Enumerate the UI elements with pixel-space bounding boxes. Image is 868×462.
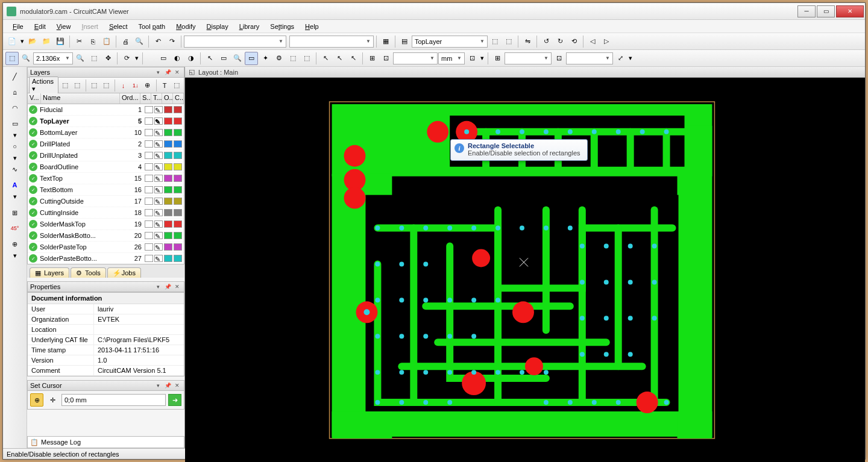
layer-sel-icon[interactable] xyxy=(145,129,153,136)
layer-outline-swatch[interactable] xyxy=(164,255,172,262)
layer-visible-icon[interactable]: ✓ xyxy=(29,231,37,240)
layers-action-7-icon[interactable]: ⊕ xyxy=(142,79,153,92)
select-mode-1-icon[interactable]: ▭ xyxy=(157,52,170,65)
actions-button[interactable]: Actions ▾ xyxy=(29,76,58,94)
rotate-2-icon[interactable]: ↻ xyxy=(553,35,567,48)
menu-settings[interactable]: Settings xyxy=(265,22,299,31)
measure-icon[interactable]: ⤢ xyxy=(614,52,627,65)
layer-visible-icon[interactable]: ✓ xyxy=(29,163,37,171)
layer-sel-icon[interactable] xyxy=(145,163,153,170)
layer-pen-icon[interactable]: ✎ xyxy=(154,152,163,159)
layer-outline-swatch[interactable] xyxy=(164,220,172,228)
layer-sel-icon[interactable] xyxy=(145,106,153,113)
rotate-1-icon[interactable]: ↺ xyxy=(539,35,553,48)
layer-outline-swatch[interactable] xyxy=(164,175,172,182)
curve-tool-icon[interactable]: ∿ xyxy=(8,162,22,176)
layer-sel-icon[interactable] xyxy=(145,117,153,125)
layers-action-6-icon[interactable]: 1↓ xyxy=(130,79,141,92)
cursor-2-icon[interactable]: ▭ xyxy=(217,52,230,65)
layer-row[interactable]: ✓ CuttingInside 18 ✎ xyxy=(28,207,184,219)
layer-outline-swatch[interactable] xyxy=(164,129,172,136)
snap-3-icon[interactable]: ⊡ xyxy=(552,52,565,65)
layer-fill-swatch[interactable] xyxy=(174,106,182,113)
layer-stack-icon[interactable]: ▤ xyxy=(398,35,411,48)
layer-sel-icon[interactable] xyxy=(145,255,153,262)
layer-pen-icon[interactable]: ✎ xyxy=(154,117,163,125)
panel-menu-icon[interactable]: ▾ xyxy=(154,68,162,76)
cursor-input[interactable] xyxy=(61,394,166,406)
layer-row[interactable]: ✓ DrillPlated 2 ✎ xyxy=(28,139,184,150)
flip-2-icon[interactable]: ▷ xyxy=(600,35,613,48)
layers-action-4-icon[interactable]: ⬚ xyxy=(101,79,112,92)
layer-fill-swatch[interactable] xyxy=(174,243,182,251)
cursor-3-icon[interactable]: 🔍 xyxy=(231,52,244,65)
maximize-button[interactable]: ▭ xyxy=(817,5,835,17)
grid-2-icon[interactable]: ⊡ xyxy=(379,52,392,65)
layers-header[interactable]: V... Name Ord... S... T... O... C... xyxy=(27,93,184,104)
layer-outline-swatch[interactable] xyxy=(164,232,172,239)
tab-jobs[interactable]: ⚡Jobs xyxy=(107,267,141,278)
layer-sel-icon[interactable] xyxy=(145,186,153,193)
text-dropdown[interactable]: ▾ xyxy=(8,193,22,199)
tab-tools[interactable]: ⚙Tools xyxy=(71,267,106,278)
zoom-window-icon[interactable]: ⬚ xyxy=(87,52,101,65)
unit-combo[interactable]: mm▼ xyxy=(438,52,465,64)
layer-pen-icon[interactable]: ✎ xyxy=(154,129,163,136)
close-button[interactable]: ✕ xyxy=(836,5,864,17)
snap-2-icon[interactable]: ⊞ xyxy=(491,52,504,65)
menu-display[interactable]: Display xyxy=(202,22,233,31)
layer-fill-swatch[interactable] xyxy=(174,232,182,239)
layer-pen-icon[interactable]: ✎ xyxy=(154,106,163,113)
pcb-view[interactable] xyxy=(185,78,865,462)
menu-toolpath[interactable]: Tool path xyxy=(134,22,171,31)
copy-button[interactable]: ⎘ xyxy=(86,35,99,48)
layer-outline-swatch[interactable] xyxy=(164,243,172,251)
menu-view[interactable]: View xyxy=(52,22,76,31)
preview-button[interactable]: 🔍 xyxy=(133,35,146,48)
layer-row[interactable]: ✓ SolderPasteTop 26 ✎ xyxy=(28,242,184,253)
layer-outline-swatch[interactable] xyxy=(164,152,172,159)
menu-help[interactable]: Help xyxy=(300,22,324,31)
sc-pin-icon[interactable]: 📌 xyxy=(163,381,172,390)
layer-sel-icon[interactable] xyxy=(145,220,153,228)
layer-sel-icon[interactable] xyxy=(145,198,153,205)
drill-tool-icon[interactable]: ⊕ xyxy=(8,237,22,251)
property-row[interactable]: Time stamp2013-04-11 17:51:16 xyxy=(28,345,184,355)
layer-pen-icon[interactable]: ✎ xyxy=(154,232,163,239)
layer-btn-1[interactable]: ⬚ xyxy=(488,35,502,48)
layer-fill-swatch[interactable] xyxy=(174,209,182,216)
arrow-1-icon[interactable]: ↖ xyxy=(319,52,332,65)
layer-fill-swatch[interactable] xyxy=(174,198,182,205)
layer-outline-swatch[interactable] xyxy=(164,117,172,125)
layer-pen-icon[interactable]: ✎ xyxy=(154,198,163,205)
layer-sel-icon[interactable] xyxy=(145,243,153,251)
cut-button[interactable]: ✂ xyxy=(72,35,86,48)
layer-fill-swatch[interactable] xyxy=(174,220,182,228)
refresh-icon[interactable]: ⟳ xyxy=(120,52,133,65)
snap-dropdown-1[interactable]: ▾ xyxy=(479,52,485,65)
paste-button[interactable]: 📋 xyxy=(100,35,113,48)
circle-dropdown[interactable]: ▾ xyxy=(8,155,22,161)
print-button[interactable]: 🖨 xyxy=(119,35,132,48)
layer-row[interactable]: ✓ CuttingOutside 17 ✎ xyxy=(28,196,184,207)
text-tool-icon[interactable]: A xyxy=(8,178,22,192)
layer-visible-icon[interactable]: ✓ xyxy=(29,220,37,228)
layer-row[interactable]: ✓ TopLayer 5 ✎ xyxy=(28,116,184,127)
layer-visible-icon[interactable]: ✓ xyxy=(29,254,37,263)
property-row[interactable]: Location xyxy=(28,325,184,335)
mirror-h-icon[interactable]: ⇋ xyxy=(521,35,534,48)
layer-fill-swatch[interactable] xyxy=(174,255,182,262)
grid-combo[interactable]: ▼ xyxy=(393,52,438,64)
menu-edit[interactable]: Edit xyxy=(30,22,51,31)
property-row[interactable]: Version1.0 xyxy=(28,355,184,366)
layer-sel-icon[interactable] xyxy=(145,140,153,148)
layer-outline-swatch[interactable] xyxy=(164,106,172,113)
layer-sel-icon[interactable] xyxy=(145,209,153,216)
rect-dropdown[interactable]: ▾ xyxy=(8,132,22,138)
menu-library[interactable]: Library xyxy=(234,22,265,31)
layer-fill-swatch[interactable] xyxy=(174,140,182,148)
rotate-3-icon[interactable]: ⟲ xyxy=(567,35,580,48)
layer-row[interactable]: ✓ SolderMaskBotto... 20 ✎ xyxy=(28,230,184,242)
snap-combo-2[interactable]: ▼ xyxy=(566,52,613,64)
layers-action-5-icon[interactable]: ↓ xyxy=(118,79,129,92)
